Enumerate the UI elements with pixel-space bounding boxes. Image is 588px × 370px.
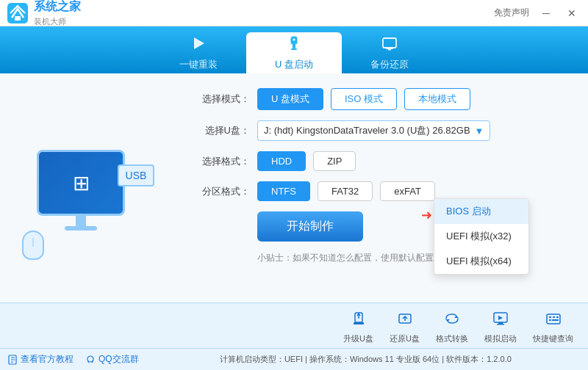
disclaimer-link[interactable]: 免责声明 (494, 7, 529, 19)
official-tutorial-link[interactable]: 查看官方教程 (7, 353, 74, 366)
usb-symbol: USB (126, 170, 147, 181)
official-tutorial-label: 查看官方教程 (21, 353, 74, 366)
restore-udisk-icon (396, 310, 414, 331)
udisk-dropdown-arrow-icon: ▼ (475, 126, 484, 137)
shortcut-query-icon (545, 310, 562, 331)
bottom-area: 升级U盘 还原U盘 格式转换 (0, 302, 588, 370)
tab-one-click-label: 一键重装 (179, 58, 218, 71)
mode-udisk-button[interactable]: U 盘模式 (257, 88, 323, 110)
app-logo-icon (7, 3, 28, 23)
mode-iso-button[interactable]: ISO 模式 (331, 88, 397, 110)
usb-icon (286, 35, 302, 55)
svg-rect-26 (552, 319, 559, 321)
format-zip-button[interactable]: ZIP (313, 151, 356, 171)
svg-rect-4 (293, 44, 295, 48)
svg-rect-1 (15, 16, 21, 21)
start-button[interactable]: 开始制作 (257, 211, 363, 242)
partition-exfat-button[interactable]: exFAT (380, 181, 435, 201)
svg-marker-15 (454, 316, 459, 318)
usb-drive-illustration: USB (118, 164, 154, 186)
mouse-line (33, 238, 34, 247)
bottom-icons-row: 升级U盘 还原U盘 格式转换 (0, 303, 588, 348)
titlebar-right: 免责声明 ─ ✕ (494, 6, 581, 21)
toolbar-simulate-boot[interactable]: 模拟启动 (484, 310, 517, 344)
shortcut-query-label: 快捷键查询 (533, 333, 573, 344)
svg-marker-2 (194, 37, 204, 49)
partition-label: 分区格式： (198, 185, 250, 198)
dropdown-item-uefi32[interactable]: UEFI 模拟(x32) (434, 224, 528, 249)
computer-illustration: ⊞ USB (15, 150, 162, 267)
svg-rect-19 (497, 324, 504, 325)
qq-group-label: QQ交流群 (98, 353, 139, 366)
restore-udisk-label: 还原U盘 (390, 333, 420, 344)
backup-icon (381, 35, 398, 55)
toolbar-restore-udisk[interactable]: 还原U盘 (390, 310, 420, 344)
minimize-button[interactable]: ─ (538, 6, 554, 21)
mode-local-button[interactable]: 本地模式 (404, 88, 470, 110)
dropdown-item-uefi64[interactable]: UEFI 模拟(x64) (434, 249, 528, 274)
format-convert-icon (443, 310, 461, 331)
svg-rect-12 (354, 322, 364, 324)
svg-rect-21 (547, 314, 560, 324)
udisk-label: 选择U盘： (198, 124, 250, 137)
svg-rect-24 (556, 316, 559, 318)
svg-rect-7 (383, 38, 396, 48)
udisk-row: 选择U盘： J: (hdt) KingstonDataTraveler 3.0 … (198, 120, 566, 141)
svg-point-6 (293, 38, 295, 40)
format-row: 选择格式： HDD ZIP (198, 151, 566, 171)
svg-rect-5 (291, 48, 297, 50)
svg-rect-9 (388, 49, 391, 51)
dropdown-item-bios[interactable]: BIOS 启动 (434, 199, 528, 224)
book-icon (7, 355, 18, 365)
mouse-illustration (22, 231, 44, 260)
partition-fat32-button[interactable]: FAT32 (318, 181, 373, 201)
system-info-text: 计算机启动类型：UEFI | 操作系统：Windows 11 专业版 64位 |… (151, 354, 581, 365)
titlebar-left: 系统之家 装机大师 (7, 0, 81, 27)
app-title: 系统之家 (34, 0, 81, 15)
simulate-boot-icon (492, 310, 509, 331)
mode-label: 选择模式： (198, 92, 250, 106)
tab-usb-boot[interactable]: U 盘启动 (246, 32, 342, 73)
mode-row: 选择模式： U 盘模式 ISO 模式 本地模式 (198, 88, 566, 110)
app-subtitle: 装机大师 (34, 16, 81, 27)
svg-rect-25 (549, 319, 551, 321)
udisk-value: J: (hdt) KingstonDataTraveler 3.0 (U盘) 2… (264, 124, 470, 137)
close-button[interactable]: ✕ (563, 6, 581, 21)
udisk-select[interactable]: J: (hdt) KingstonDataTraveler 3.0 (U盘) 2… (257, 120, 490, 141)
one-click-icon (190, 35, 207, 55)
svg-rect-22 (549, 316, 551, 318)
titlebar: 系统之家 装机大师 免责声明 ─ ✕ (0, 0, 588, 26)
status-row: 查看官方教程 QQ交流群 计算机启动类型：UEFI | 操作系统：Windows… (0, 348, 588, 370)
toolbar-upgrade-udisk[interactable]: 升级U盘 (343, 310, 373, 344)
format-label: 选择格式： (198, 155, 250, 168)
simulate-boot-label: 模拟启动 (484, 333, 517, 344)
svg-rect-8 (386, 48, 393, 49)
monitor-base (65, 226, 97, 231)
toolbar-shortcut-query[interactable]: 快捷键查询 (533, 310, 573, 344)
upgrade-udisk-icon (350, 310, 368, 331)
nav-tabs: 一键重装 U 盘启动 备份还原 (0, 26, 588, 73)
tab-backup[interactable]: 备份还原 (342, 32, 437, 73)
arrow-indicator-icon: ➜ (421, 207, 432, 223)
qq-group-link[interactable]: QQ交流群 (85, 353, 139, 366)
format-convert-label: 格式转换 (436, 333, 468, 344)
windows-logo-icon: ⊞ (73, 171, 90, 195)
svg-rect-23 (553, 316, 555, 318)
format-hdd-button[interactable]: HDD (257, 151, 306, 171)
monitor-stand (76, 216, 86, 226)
monitor-illustration: ⊞ (37, 150, 125, 216)
upgrade-udisk-label: 升级U盘 (343, 333, 373, 344)
svg-marker-16 (445, 319, 450, 322)
tab-one-click[interactable]: 一键重装 (151, 32, 246, 73)
tab-usb-boot-label: U 盘启动 (275, 58, 313, 71)
partition-ntfs-button[interactable]: NTFS (257, 181, 310, 201)
toolbar-format-convert[interactable]: 格式转换 (436, 310, 468, 344)
dropdown-popup: BIOS 启动 UEFI 模拟(x32) UEFI 模拟(x64) (434, 198, 529, 275)
tab-backup-label: 备份还原 (370, 58, 409, 71)
qq-icon (85, 355, 96, 365)
svg-rect-18 (498, 322, 503, 324)
